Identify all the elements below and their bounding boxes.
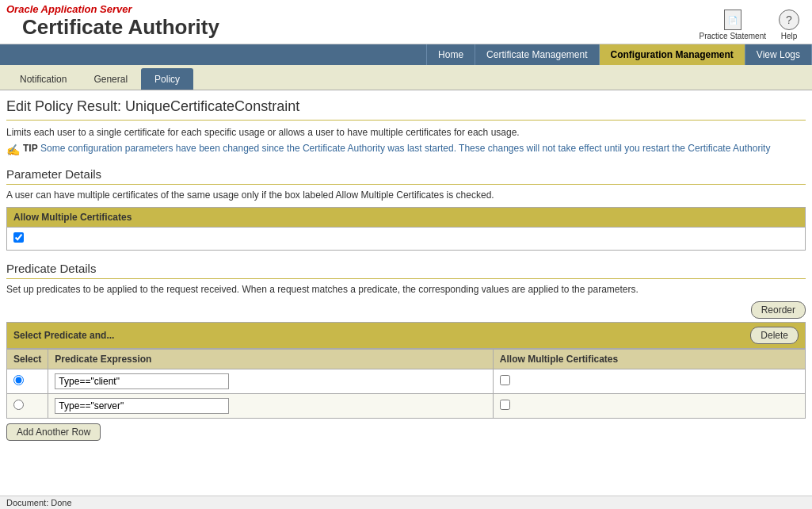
oracle-title: Oracle Application Server: [6, 3, 219, 15]
row1-allow-multi-checkbox[interactable]: [500, 375, 510, 385]
allow-multi-table: Allow Multiple Certificates: [6, 207, 806, 251]
table-row: [7, 369, 806, 394]
param-section-title: Parameter Details: [6, 167, 806, 185]
help-label: Help: [779, 32, 799, 40]
allow-multi-header: Allow Multiple Certificates: [7, 208, 806, 228]
help-icon: ?: [779, 10, 799, 30]
predicate-table: Select Predicate Expression Allow Multip…: [6, 349, 806, 419]
row1-select-cell: [7, 369, 48, 394]
col-allow-multi: Allow Multiple Certificates: [493, 350, 805, 369]
col-expression: Predicate Expression: [48, 350, 494, 369]
practice-statement-button[interactable]: 📄 Practice Statement: [700, 10, 766, 40]
row2-expression-cell: [48, 394, 494, 419]
tab-view-logs[interactable]: View Logs: [745, 44, 812, 65]
tip-text: Some configuration parameters have been …: [40, 143, 770, 154]
tab-cert-mgmt[interactable]: Certificate Management: [475, 44, 599, 65]
tab-home[interactable]: Home: [426, 44, 475, 65]
subnav-notification[interactable]: Notification: [6, 68, 80, 90]
ca-title: Certificate Authority: [6, 15, 219, 40]
add-another-row-button[interactable]: Add Another Row: [6, 423, 101, 441]
reorder-row: Reorder: [6, 301, 806, 319]
allow-multi-cell: [7, 228, 806, 251]
allow-multi-checkbox[interactable]: [13, 232, 24, 243]
tip-label: TIP: [23, 143, 38, 154]
header: Oracle Application Server Certificate Au…: [0, 0, 812, 44]
delete-button[interactable]: Delete: [750, 327, 799, 344]
row2-select-cell: [7, 394, 48, 419]
row1-allow-multi-cell: [493, 369, 805, 394]
title-block: Oracle Application Server Certificate Au…: [6, 3, 219, 40]
header-icons: 📄 Practice Statement ? Help: [700, 3, 806, 44]
row2-allow-multi-checkbox[interactable]: [500, 400, 510, 410]
subnav-policy[interactable]: Policy: [141, 68, 193, 90]
row1-expression-cell: [48, 369, 494, 394]
reorder-button[interactable]: Reorder: [751, 301, 806, 319]
row1-radio[interactable]: [13, 375, 24, 385]
page-description: Limits each user to a single certificate…: [6, 127, 806, 138]
row2-allow-multi-cell: [493, 394, 805, 419]
row2-expression-input[interactable]: [55, 398, 229, 414]
row1-expression-input[interactable]: [55, 373, 229, 389]
sub-nav: Notification General Policy: [0, 65, 812, 90]
tip-box: ✍ TIP Some configuration parameters have…: [6, 143, 806, 156]
predicate-section-desc: Set up predicates to be applied to the r…: [6, 284, 806, 295]
tab-config-mgmt[interactable]: Configuration Management: [600, 44, 745, 65]
col-select: Select: [7, 350, 48, 369]
page-title: Edit Policy Result: UniqueCertificateCon…: [6, 98, 806, 121]
predicate-table-header: Select Predicate and... Delete: [6, 322, 806, 349]
table-row: [7, 394, 806, 419]
top-nav: Home Certificate Management Configuratio…: [0, 44, 812, 65]
practice-statement-label: Practice Statement: [700, 32, 766, 40]
row2-radio[interactable]: [13, 400, 24, 410]
page-content: Edit Policy Result: UniqueCertificateCon…: [0, 90, 812, 449]
tip-icon: ✍: [6, 144, 20, 156]
param-section-desc: A user can have multiple certificates of…: [6, 189, 806, 201]
select-predicate-label: Select Predicate and...: [13, 330, 114, 341]
practice-statement-icon: 📄: [724, 10, 741, 30]
predicate-section-title: Predicate Details: [6, 262, 806, 279]
help-button[interactable]: ? Help: [779, 10, 799, 40]
subnav-general[interactable]: General: [80, 68, 141, 90]
